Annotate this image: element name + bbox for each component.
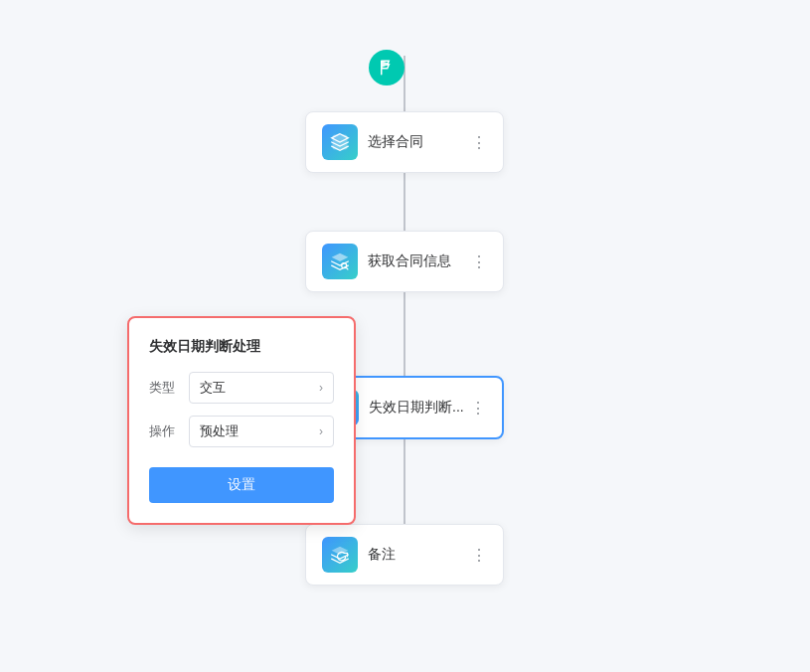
node-get-contract-info[interactable]: 获取合同信息 ⋮	[305, 231, 504, 292]
field-label-action: 操作	[149, 422, 189, 440]
node-menu-3[interactable]: ⋮	[470, 399, 486, 418]
field-label-type: 类型	[149, 379, 189, 397]
field-value-action: 预处理	[200, 422, 239, 440]
expiry-popup-panel: 失效日期判断处理 类型 交互 › 操作 预处理 › 设置	[127, 316, 356, 525]
set-button[interactable]: 设置	[149, 467, 334, 503]
cube-refresh-icon	[330, 545, 350, 565]
flag-icon	[378, 59, 396, 77]
node-label-3: 失效日期判断...	[369, 399, 466, 417]
node-icon-2	[322, 244, 358, 279]
node-select-contract[interactable]: 选择合同 ⋮	[305, 111, 504, 173]
cube-search-icon	[330, 252, 350, 271]
svg-line-10	[346, 267, 348, 269]
start-node[interactable]	[369, 50, 405, 85]
node-menu-4[interactable]: ⋮	[471, 546, 487, 565]
node-remark[interactable]: 备注 ⋮	[305, 524, 504, 586]
chevron-icon-type: ›	[319, 381, 323, 395]
node-label-1: 选择合同	[368, 133, 467, 151]
node-menu-1[interactable]: ⋮	[471, 133, 487, 152]
node-label-4: 备注	[368, 546, 467, 564]
workflow-canvas: 选择合同 ⋮ 获取合同信息 ⋮ 失效日期判断... ⋮	[0, 0, 810, 672]
field-value-type: 交互	[200, 379, 226, 397]
chevron-icon-action: ›	[319, 424, 323, 438]
field-row-type: 类型 交互 ›	[149, 372, 334, 404]
field-input-action[interactable]: 预处理 ›	[189, 416, 334, 447]
popup-title: 失效日期判断处理	[149, 338, 334, 356]
node-icon-1	[322, 124, 358, 160]
cube-icon	[330, 132, 350, 152]
node-menu-2[interactable]: ⋮	[471, 252, 487, 271]
node-label-2: 获取合同信息	[368, 252, 467, 270]
node-icon-4	[322, 537, 358, 573]
field-row-action: 操作 预处理 ›	[149, 416, 334, 447]
field-input-type[interactable]: 交互 ›	[189, 372, 334, 404]
